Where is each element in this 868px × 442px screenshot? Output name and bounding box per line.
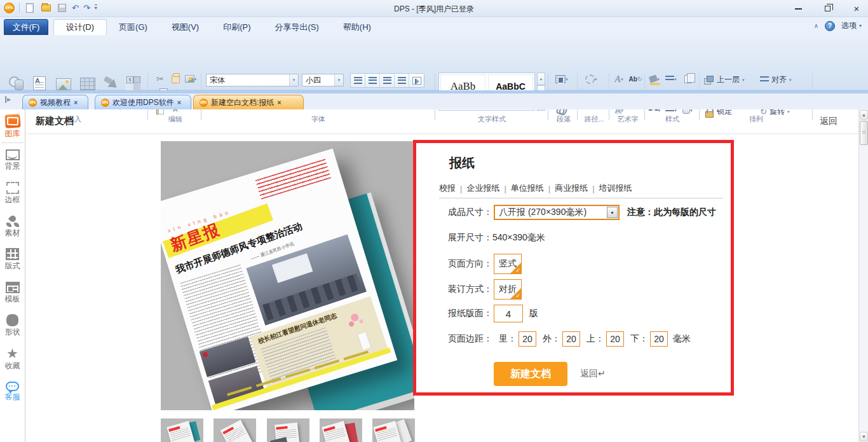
options-label: 选项 xyxy=(841,20,857,31)
sidebar-item-layout[interactable]: 版式 xyxy=(0,242,25,275)
restore-button[interactable] xyxy=(821,3,834,15)
group-label-path: 路径... xyxy=(580,114,609,124)
menu-tab-view[interactable]: 视图(V) xyxy=(159,19,211,35)
title-bar: DPS ↶ ↷ ▾ DPS - [季风]用户已登录 × xyxy=(0,0,868,17)
category-business[interactable]: 商业报纸 xyxy=(555,183,588,194)
scroll-up-icon[interactable]: ▲ xyxy=(860,110,868,120)
picture-tool-icon[interactable]: ▾ xyxy=(184,73,197,85)
margin-inner-input[interactable] xyxy=(519,331,536,347)
unfold-size-row: 展开尺寸： 540×390毫米 xyxy=(448,232,545,244)
sidebar-item-support[interactable]: 客服 xyxy=(0,375,25,408)
pan-hand-icon[interactable] xyxy=(169,73,182,85)
category-school[interactable]: 校报 xyxy=(439,183,456,194)
template-thumbnail[interactable] xyxy=(214,418,256,442)
newspaper-mockup: xīn xīng bào 新星报 我市开展师德师风专项整治活动 —— 通江县民胜… xyxy=(161,148,397,410)
doc-tab-video-tutorial[interactable]: DPS 视频教程 × xyxy=(22,95,88,109)
chevron-down-icon: ▾ xyxy=(334,74,343,86)
wordart-style-icon[interactable]: A▾ xyxy=(613,73,625,85)
sidebar-item-shapes[interactable]: 形状 xyxy=(0,308,25,342)
collapse-tabs-icon[interactable]: ▶ xyxy=(5,96,11,103)
menu-tab-share-export[interactable]: 分享导出(S) xyxy=(263,19,331,35)
menu-tab-page[interactable]: 页面(G) xyxy=(107,19,159,35)
margin-bottom-input[interactable] xyxy=(650,331,668,347)
sidebar-label: 客服 xyxy=(5,393,20,401)
menu-tab-design[interactable]: 设计(D) xyxy=(53,19,107,35)
pages-input[interactable] xyxy=(494,305,523,322)
category-unit[interactable]: 单位报纸 xyxy=(511,183,544,194)
align-button[interactable]: 对齐▾ xyxy=(760,74,792,85)
vertical-text-button[interactable] xyxy=(409,74,424,87)
close-tab-icon[interactable]: × xyxy=(74,99,78,106)
scroll-down-icon[interactable]: ▼ xyxy=(860,432,868,441)
scrollbar-thumb[interactable] xyxy=(860,121,868,145)
fill-color-icon[interactable]: ▾ xyxy=(648,73,661,85)
options-button[interactable]: 选项▾ xyxy=(841,20,862,31)
background-icon xyxy=(6,149,20,160)
separator: | xyxy=(504,184,506,193)
page-title: 新建文档 xyxy=(36,115,74,127)
indent-left-icon[interactable]: ▾ xyxy=(665,73,677,85)
margin-outer-input[interactable] xyxy=(562,331,580,347)
text-wrap-icon[interactable]: ▾ xyxy=(555,73,568,85)
sidebar-item-material[interactable]: 素材 xyxy=(0,209,25,242)
menu-tab-print[interactable]: 印刷(P) xyxy=(211,19,262,35)
orientation-button[interactable]: 竖式 ✓ xyxy=(494,254,522,274)
margin-top-input[interactable] xyxy=(606,331,624,347)
align-left-button[interactable] xyxy=(351,74,365,87)
shape-blob-icon xyxy=(6,314,18,326)
doc-tab-welcome[interactable]: DPS 欢迎使用DPS软件 × xyxy=(95,95,191,109)
wordart-ab: Ab xyxy=(629,76,637,83)
close-tab-icon[interactable]: × xyxy=(177,99,181,106)
flower-icon xyxy=(6,216,19,227)
align-justify-button[interactable] xyxy=(395,74,409,87)
minimize-button[interactable] xyxy=(792,3,804,15)
style-scroll-up-icon[interactable]: ▲ xyxy=(537,73,545,85)
copy-style-icon[interactable] xyxy=(681,73,694,85)
text-path-icon[interactable]: ▾ xyxy=(585,73,597,85)
close-tab-icon[interactable]: × xyxy=(277,99,281,106)
template-thumbnail[interactable] xyxy=(372,418,415,442)
sidebar-item-template[interactable]: 模板 xyxy=(0,275,25,308)
cut-icon[interactable]: ✂ xyxy=(154,73,166,85)
align-center-button[interactable] xyxy=(365,74,380,87)
category-enterprise[interactable]: 企业报纸 xyxy=(466,183,499,194)
template-thumbnail[interactable] xyxy=(267,418,309,442)
template-thumbnail[interactable] xyxy=(320,418,362,442)
margin-inner-label: 里： xyxy=(499,333,517,345)
template-thumbnail[interactable] xyxy=(161,418,203,442)
font-size-select[interactable]: 小四 ▾ xyxy=(302,74,344,86)
doc-tab-new-newspaper[interactable]: DPS 新建空白文档:报纸 × xyxy=(193,95,304,109)
binding-button[interactable]: 对折 ✓ xyxy=(494,279,522,300)
help-icon[interactable]: ? xyxy=(825,21,835,31)
category-training[interactable]: 培训报纸 xyxy=(599,183,632,194)
sidebar: 图库 背景 边框 素材 版式 模板 形状 ★ 收藏 xyxy=(0,109,25,442)
wordart-direction-icon[interactable]: Ab↻ xyxy=(629,73,642,85)
panel-back-button[interactable]: 返回↵ xyxy=(580,368,606,380)
create-document-button[interactable]: 新建文档 xyxy=(494,362,567,386)
close-button[interactable]: × xyxy=(850,3,863,15)
size-label: 成品尺寸： xyxy=(448,207,492,218)
binding-row: 装订方式： 对折 ✓ xyxy=(448,279,522,300)
align-icon xyxy=(760,76,769,84)
sidebar-item-favorites[interactable]: ★ 收藏 xyxy=(0,342,25,375)
finished-size-select[interactable]: 八开报 (270×390毫米) ▼ xyxy=(494,205,620,220)
textbox-icon xyxy=(33,76,46,90)
sidebar-item-background[interactable]: 背景 xyxy=(0,143,25,176)
back-link[interactable]: 返回 xyxy=(820,116,837,127)
font-family-select[interactable]: 宋体 ▾ xyxy=(206,74,299,86)
sidebar-item-border[interactable]: 边框 xyxy=(0,176,25,209)
gallery-icon xyxy=(4,114,20,128)
collapse-ribbon-icon[interactable]: ∧ xyxy=(814,23,818,29)
group-label-text-style: 文字样式 xyxy=(437,114,546,124)
vertical-scrollbar[interactable]: ▲ ▼ xyxy=(858,109,868,442)
menu-tab-file[interactable]: 文件(F) xyxy=(4,19,48,35)
newspaper-preview: PLACE YOUR DESIGN HERE xīn xīng bào 新星报 … xyxy=(161,141,414,410)
margins-row: 页面边距： 里： 外： 上： 下： 毫米 xyxy=(448,331,691,347)
pages-row: 报纸版面： 版 xyxy=(448,305,540,322)
align-right-button[interactable] xyxy=(380,74,395,87)
group-label-paragraph: 段落 xyxy=(550,114,577,124)
sidebar-item-gallery[interactable]: 图库 xyxy=(0,109,25,142)
menu-tab-help[interactable]: 帮助(H) xyxy=(331,19,383,35)
bring-forward-button[interactable]: 上一层▾ xyxy=(704,74,745,85)
margins-label: 页面边距： xyxy=(448,333,492,345)
